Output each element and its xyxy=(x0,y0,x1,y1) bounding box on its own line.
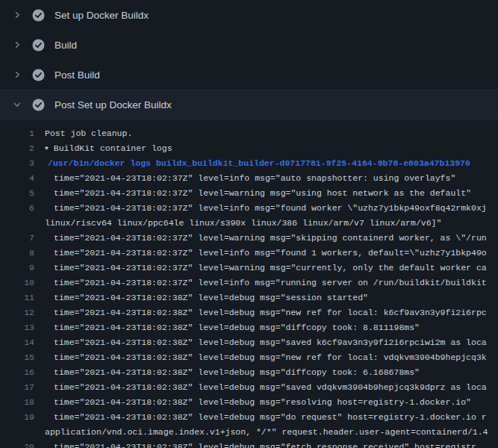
line-number[interactable]: 12 xyxy=(0,305,34,320)
log-text: time="2021-04-23T18:02:38Z" level=debug … xyxy=(45,335,487,350)
line-number[interactable]: 8 xyxy=(0,246,34,261)
log-line: 20time="2021-04-23T18:02:38Z" level=debu… xyxy=(0,440,498,448)
log-line: 10time="2021-04-23T18:02:37Z" level=info… xyxy=(0,276,498,290)
log-line: 7time="2021-04-23T18:02:37Z" level=warni… xyxy=(0,231,498,246)
step-label: Set up Docker Buildx xyxy=(55,10,149,21)
line-number[interactable]: 4 xyxy=(0,171,34,186)
line-number[interactable]: 7 xyxy=(0,231,34,246)
log-command-text: /usr/bin/docker logs buildx_buildkit_bui… xyxy=(45,156,470,171)
check-circle-icon xyxy=(32,99,45,111)
line-number-spacer xyxy=(0,425,34,440)
log-text: time="2021-04-23T18:02:38Z" level=debug … xyxy=(45,380,487,395)
chevron-right-icon xyxy=(12,40,22,50)
line-number[interactable]: 19 xyxy=(0,410,34,425)
log-line: 15time="2021-04-23T18:02:38Z" level=debu… xyxy=(0,350,498,365)
log-group-label: BuildKit container logs xyxy=(54,143,172,153)
line-number[interactable]: 14 xyxy=(0,335,34,350)
step-label: Post Build xyxy=(55,69,100,81)
step-label: Build xyxy=(55,40,77,51)
log-text: time="2021-04-23T18:02:38Z" level=debug … xyxy=(45,305,487,320)
log-line: 18time="2021-04-23T18:02:38Z" level=debu… xyxy=(0,395,498,410)
log-line: 3/usr/bin/docker logs buildx_buildkit_bu… xyxy=(0,156,498,171)
log-text: time="2021-04-23T18:02:37Z" level=info m… xyxy=(45,246,487,261)
line-number[interactable]: 20 xyxy=(0,440,34,448)
line-number[interactable]: 2 xyxy=(0,141,34,156)
log-text: time="2021-04-23T18:02:37Z" level=warnin… xyxy=(45,231,487,246)
log-line: 5time="2021-04-23T18:02:37Z" level=warni… xyxy=(0,186,498,201)
log-text: Post job cleanup. xyxy=(45,126,132,141)
chevron-right-icon xyxy=(12,10,22,20)
log-text: time="2021-04-23T18:02:38Z" level=debug … xyxy=(45,410,487,425)
log-line: 1Post job cleanup. xyxy=(0,126,498,141)
line-number[interactable]: 17 xyxy=(0,380,34,395)
step-header-post-build[interactable]: Post Build xyxy=(0,60,498,90)
line-number-spacer xyxy=(0,216,34,231)
log-line: 11time="2021-04-23T18:02:38Z" level=debu… xyxy=(0,290,498,305)
log-text: time="2021-04-23T18:02:37Z" level=warnin… xyxy=(45,186,471,201)
actions-log-viewer: Set up Docker BuildxBuildPost BuildPost … xyxy=(0,0,498,448)
log-line-continuation: application/vnd.oci.image.index.v1+json,… xyxy=(0,425,498,440)
log-text: time="2021-04-23T18:02:38Z" level=debug … xyxy=(45,320,420,335)
log-group-toggle[interactable]: ▼BuildKit container logs xyxy=(45,141,172,156)
log-text: time="2021-04-23T18:02:38Z" level=debug … xyxy=(45,290,368,305)
log-line-continuation: linux/riscv64 linux/ppc64le linux/s390x … xyxy=(0,216,498,231)
log-line: 17time="2021-04-23T18:02:38Z" level=debu… xyxy=(0,380,498,395)
log-text: time="2021-04-23T18:02:38Z" level=debug … xyxy=(45,395,471,410)
log-text: time="2021-04-23T18:02:37Z" level=info m… xyxy=(45,171,455,186)
step-header-post-set-up-docker-buildx[interactable]: Post Set up Docker Buildx xyxy=(0,90,498,119)
log-text: time="2021-04-23T18:02:37Z" level=warnin… xyxy=(45,261,487,276)
check-circle-icon xyxy=(32,9,45,22)
triangle-down-icon: ▼ xyxy=(45,141,49,156)
log-line: 19time="2021-04-23T18:02:38Z" level=debu… xyxy=(0,410,498,425)
line-number[interactable]: 3 xyxy=(0,156,34,171)
log-text: time="2021-04-23T18:02:37Z" level=info m… xyxy=(45,276,487,290)
log-line: 12time="2021-04-23T18:02:38Z" level=debu… xyxy=(0,305,498,320)
log-panel: 1Post job cleanup.2▼BuildKit container l… xyxy=(0,119,498,448)
log-text: linux/riscv64 linux/ppc64le linux/s390x … xyxy=(45,216,441,231)
check-circle-icon xyxy=(32,69,45,81)
line-number[interactable]: 16 xyxy=(0,365,34,380)
line-number[interactable]: 1 xyxy=(0,126,34,141)
line-number[interactable]: 5 xyxy=(0,186,34,201)
step-header-set-up-docker-buildx[interactable]: Set up Docker Buildx xyxy=(0,0,498,30)
step-label: Post Set up Docker Buildx xyxy=(55,99,172,111)
line-number[interactable]: 13 xyxy=(0,320,34,335)
log-line: 9time="2021-04-23T18:02:37Z" level=warni… xyxy=(0,261,498,276)
log-text: time="2021-04-23T18:02:38Z" level=debug … xyxy=(45,350,487,365)
log-line: 16time="2021-04-23T18:02:38Z" level=debu… xyxy=(0,365,498,380)
log-line: 8time="2021-04-23T18:02:37Z" level=info … xyxy=(0,246,498,261)
step-list: Set up Docker BuildxBuildPost BuildPost … xyxy=(0,0,498,119)
line-number[interactable]: 15 xyxy=(0,350,34,365)
chevron-down-icon xyxy=(12,99,22,110)
log-text: time="2021-04-23T18:02:37Z" level=info m… xyxy=(45,201,487,216)
line-number[interactable]: 6 xyxy=(0,201,34,216)
line-number[interactable]: 9 xyxy=(0,261,34,276)
log-line: 4time="2021-04-23T18:02:37Z" level=info … xyxy=(0,171,498,186)
log-text: application/vnd.oci.image.index.v1+json,… xyxy=(45,425,488,440)
line-number[interactable]: 18 xyxy=(0,395,34,410)
step-header-build[interactable]: Build xyxy=(0,30,498,60)
chevron-right-icon xyxy=(12,69,22,80)
line-number[interactable]: 10 xyxy=(0,276,34,290)
log-line: 14time="2021-04-23T18:02:38Z" level=debu… xyxy=(0,335,498,350)
log-text: time="2021-04-23T18:02:38Z" level=debug … xyxy=(45,365,420,380)
line-number[interactable]: 11 xyxy=(0,290,34,305)
log-line: 6time="2021-04-23T18:02:37Z" level=info … xyxy=(0,201,498,216)
check-circle-icon xyxy=(32,39,45,52)
log-line: 13time="2021-04-23T18:02:38Z" level=debu… xyxy=(0,320,498,335)
log-text: time="2021-04-23T18:02:38Z" level=debug … xyxy=(45,440,476,448)
log-line: 2▼BuildKit container logs xyxy=(0,141,498,156)
